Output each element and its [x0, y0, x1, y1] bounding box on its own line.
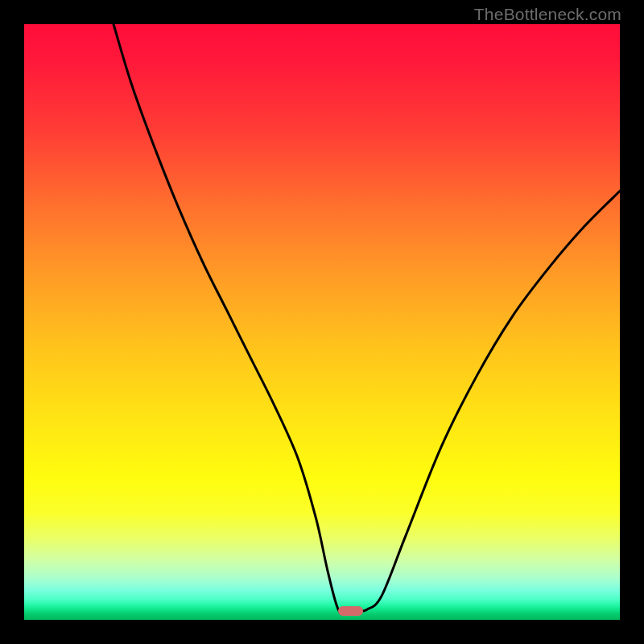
plot-area — [24, 24, 620, 620]
watermark-text: TheBottleneck.com — [474, 5, 621, 24]
curve-layer — [24, 24, 620, 620]
bottleneck-curve — [114, 24, 620, 613]
optimal-marker — [338, 606, 363, 617]
chart-stage: TheBottleneck.com — [0, 0, 644, 644]
